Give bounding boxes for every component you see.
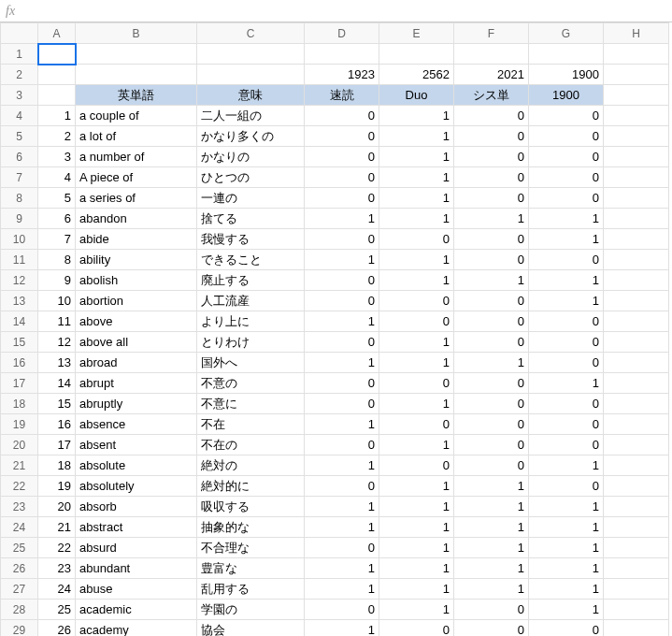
cell-flag-f[interactable]: 0 [454, 332, 529, 353]
cell-word[interactable]: a series of [76, 188, 197, 209]
cell-flag-e[interactable]: 1 [379, 538, 454, 558]
cell[interactable] [604, 229, 669, 250]
cell-meaning[interactable]: 協会 [197, 620, 305, 637]
cell[interactable] [604, 65, 669, 85]
cell[interactable] [604, 538, 669, 558]
cell-flag-e[interactable]: 0 [379, 455, 454, 476]
cell-flag-f[interactable]: 1 [454, 476, 529, 497]
cell-index[interactable]: 7 [38, 229, 76, 250]
corner-cell[interactable] [1, 23, 38, 44]
cell-flag-d[interactable]: 0 [305, 147, 379, 167]
row-header-28[interactable]: 28 [1, 600, 38, 620]
cell-meaning[interactable]: 不合理な [197, 538, 305, 558]
row-header-29[interactable]: 29 [1, 620, 38, 637]
cell-flag-e[interactable]: 0 [379, 311, 454, 332]
row-header-7[interactable]: 7 [1, 167, 38, 188]
cell-word[interactable]: absurd [76, 538, 197, 558]
cell[interactable] [197, 44, 305, 65]
cell[interactable] [604, 167, 669, 188]
cell-flag-d[interactable]: 1 [305, 353, 379, 373]
cell-flag-f[interactable]: 0 [454, 394, 529, 414]
cell-flag-e[interactable]: 0 [379, 291, 454, 311]
cell[interactable] [604, 497, 669, 517]
cell-flag-g[interactable]: 1 [529, 558, 604, 579]
cell-flag-g[interactable]: 1 [529, 229, 604, 250]
cell-flag-f[interactable]: 1 [454, 558, 529, 579]
cell-index[interactable]: 13 [38, 353, 76, 373]
cell-flag-f[interactable]: 1 [454, 538, 529, 558]
cell[interactable] [604, 435, 669, 455]
cell-index[interactable]: 17 [38, 435, 76, 455]
cell-flag-g[interactable]: 1 [529, 209, 604, 229]
cell-word[interactable]: abruptly [76, 394, 197, 414]
row-header-16[interactable]: 16 [1, 353, 38, 373]
cell-index[interactable]: 14 [38, 373, 76, 394]
cell-flag-f[interactable]: 1 [454, 209, 529, 229]
header-duo[interactable]: Duo [379, 85, 454, 106]
cell-word[interactable]: academic [76, 600, 197, 620]
cell[interactable] [604, 332, 669, 353]
cell-total-E[interactable]: 2562 [379, 65, 454, 85]
cell-index[interactable]: 10 [38, 291, 76, 311]
col-header-B[interactable]: B [76, 23, 197, 44]
cell-flag-e[interactable]: 0 [379, 229, 454, 250]
cell-flag-d[interactable]: 0 [305, 394, 379, 414]
cell-word[interactable]: a number of [76, 147, 197, 167]
cell-flag-d[interactable]: 0 [305, 600, 379, 620]
cell-meaning[interactable]: より上に [197, 311, 305, 332]
cell-flag-g[interactable]: 0 [529, 147, 604, 167]
cell-meaning[interactable]: 我慢する [197, 229, 305, 250]
cell[interactable] [604, 291, 669, 311]
row-header-10[interactable]: 10 [1, 229, 38, 250]
cell[interactable] [604, 209, 669, 229]
row-header-8[interactable]: 8 [1, 188, 38, 209]
row-header-24[interactable]: 24 [1, 517, 38, 538]
cell-meaning[interactable]: 絶対的に [197, 476, 305, 497]
cell-flag-f[interactable]: 1 [454, 579, 529, 600]
cell-index[interactable]: 24 [38, 579, 76, 600]
cell-flag-f[interactable]: 1 [454, 353, 529, 373]
cell-flag-f[interactable]: 0 [454, 147, 529, 167]
cell-index[interactable]: 11 [38, 311, 76, 332]
cell-index[interactable]: 8 [38, 250, 76, 270]
cell[interactable] [604, 373, 669, 394]
cell-flag-d[interactable]: 1 [305, 517, 379, 538]
cell-flag-f[interactable]: 1 [454, 270, 529, 291]
cell-meaning[interactable]: ひとつの [197, 167, 305, 188]
row-header-4[interactable]: 4 [1, 106, 38, 126]
cell-flag-f[interactable]: 0 [454, 455, 529, 476]
cell-flag-e[interactable]: 1 [379, 394, 454, 414]
cell-flag-f[interactable]: 1 [454, 497, 529, 517]
cell-flag-g[interactable]: 0 [529, 414, 604, 435]
cell-index[interactable]: 9 [38, 270, 76, 291]
cell-word[interactable]: absent [76, 435, 197, 455]
cell-index[interactable]: 12 [38, 332, 76, 353]
cell-flag-f[interactable]: 0 [454, 126, 529, 147]
cell[interactable] [604, 455, 669, 476]
cell-word[interactable]: above [76, 311, 197, 332]
row-header-15[interactable]: 15 [1, 332, 38, 353]
row-header-2[interactable]: 2 [1, 65, 38, 85]
cell-flag-g[interactable]: 0 [529, 250, 604, 270]
cell-flag-e[interactable]: 1 [379, 270, 454, 291]
cell[interactable] [379, 44, 454, 65]
cell-index[interactable]: 3 [38, 147, 76, 167]
cell-word[interactable]: abolish [76, 270, 197, 291]
cell[interactable] [604, 250, 669, 270]
cell-meaning[interactable]: 捨てる [197, 209, 305, 229]
cell-flag-e[interactable]: 1 [379, 188, 454, 209]
cell-meaning[interactable]: 一連の [197, 188, 305, 209]
cell-flag-f[interactable]: 0 [454, 620, 529, 637]
cell-word[interactable]: abroad [76, 353, 197, 373]
cell[interactable] [604, 517, 669, 538]
cell-flag-d[interactable]: 0 [305, 106, 379, 126]
cell-flag-e[interactable]: 0 [379, 373, 454, 394]
row-header-20[interactable]: 20 [1, 435, 38, 455]
cell-flag-d[interactable]: 0 [305, 229, 379, 250]
cell-flag-d[interactable]: 0 [305, 167, 379, 188]
cell-flag-e[interactable]: 1 [379, 147, 454, 167]
cell-flag-f[interactable]: 0 [454, 373, 529, 394]
cell[interactable] [38, 85, 76, 106]
row-header-23[interactable]: 23 [1, 497, 38, 517]
cell-meaning[interactable]: 絶対の [197, 455, 305, 476]
